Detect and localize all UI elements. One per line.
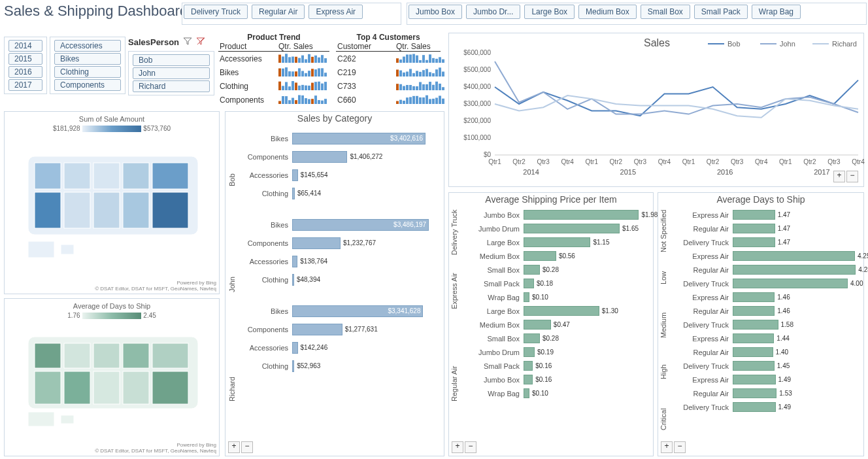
bar-row: Express Air1.49 xyxy=(670,373,862,386)
svg-rect-122 xyxy=(35,163,61,189)
salesperson-bob[interactable]: Bob xyxy=(133,54,210,66)
svg-text:Qtr2: Qtr2 xyxy=(610,158,623,165)
zoom-out[interactable]: − xyxy=(846,171,858,182)
container-jumbo-box[interactable]: Jumbo Box xyxy=(409,5,462,19)
svg-rect-76 xyxy=(396,69,399,76)
svg-rect-49 xyxy=(288,100,291,104)
container-small-box[interactable]: Small Box xyxy=(641,5,690,19)
svg-text:Qtr4: Qtr4 xyxy=(755,158,768,165)
svg-rect-120 xyxy=(442,99,444,104)
top-customer-row: C219 xyxy=(336,65,441,79)
svg-rect-114 xyxy=(422,97,425,104)
salesperson-header: SalesPerson xyxy=(128,37,205,48)
year-2016[interactable]: 2016 xyxy=(8,66,42,78)
svg-text:Qtr1: Qtr1 xyxy=(682,158,695,165)
svg-rect-70 xyxy=(426,60,428,63)
svg-rect-32 xyxy=(282,86,284,90)
svg-text:Qtr1: Qtr1 xyxy=(488,158,501,165)
svg-rect-41 xyxy=(311,83,314,90)
year-2015[interactable]: 2015 xyxy=(8,53,42,65)
svg-rect-119 xyxy=(439,95,441,104)
ship-mode-regular-air[interactable]: Regular Air xyxy=(252,5,305,19)
svg-rect-139 xyxy=(152,343,188,368)
svg-text:Bob: Bob xyxy=(727,40,741,48)
bar-row: Accessories$138,764 xyxy=(239,254,441,269)
zoom-in[interactable]: + xyxy=(452,441,463,453)
bar-row: Jumbo Drum$1.65 xyxy=(461,222,652,235)
category-accessories[interactable]: Accessories xyxy=(54,40,121,52)
group-label: John xyxy=(228,232,239,337)
zoom-in[interactable]: + xyxy=(833,171,845,182)
svg-rect-36 xyxy=(295,82,297,90)
bar-row: Small Box$0.28 xyxy=(461,332,652,345)
top-customers-title: Top 4 Customers xyxy=(336,33,441,42)
svg-rect-132 xyxy=(28,241,54,258)
svg-text:$0: $0 xyxy=(484,151,492,158)
zoom-out[interactable]: − xyxy=(465,441,476,453)
group-label: Medium xyxy=(659,301,670,348)
top-customer-row: C660 xyxy=(336,93,441,107)
svg-rect-60 xyxy=(324,99,327,104)
legend-gradient-blue xyxy=(82,126,141,132)
svg-rect-46 xyxy=(278,101,281,104)
svg-rect-103 xyxy=(435,82,438,90)
svg-rect-110 xyxy=(409,97,412,104)
container-wrap-bag[interactable]: Wrap Bag xyxy=(752,5,801,19)
svg-text:Qtr2: Qtr2 xyxy=(512,158,526,165)
container-large-box[interactable]: Large Box xyxy=(524,5,575,19)
svg-rect-12 xyxy=(314,56,317,63)
svg-rect-18 xyxy=(285,67,288,76)
container-jumbo-dr---[interactable]: Jumbo Dr... xyxy=(466,5,520,19)
svg-rect-16 xyxy=(278,69,281,76)
salesperson-slicer: BobJohnRichard xyxy=(128,51,214,95)
svg-rect-92 xyxy=(399,84,402,90)
container-small-pack[interactable]: Small Pack xyxy=(694,5,748,19)
svg-rect-75 xyxy=(442,60,444,63)
container-medium-box[interactable]: Medium Box xyxy=(578,5,637,19)
svg-rect-11 xyxy=(311,57,314,63)
bar-row: Express Air1.46 xyxy=(670,291,862,303)
svg-rect-62 xyxy=(399,60,402,63)
svg-rect-28 xyxy=(318,68,320,76)
svg-rect-30 xyxy=(324,73,327,76)
svg-rect-138 xyxy=(123,343,149,368)
bar-row: Regular Air1.47 xyxy=(670,222,862,235)
bar-row: Regular Air4.28 xyxy=(670,264,862,276)
svg-rect-130 xyxy=(123,192,149,228)
salesperson-richard[interactable]: Richard xyxy=(133,80,210,92)
svg-rect-19 xyxy=(288,71,291,76)
salesperson-john[interactable]: John xyxy=(133,67,210,79)
bar-row: Small Pack$0.18 xyxy=(461,277,652,290)
zoom-in[interactable]: + xyxy=(228,441,240,453)
svg-rect-85 xyxy=(426,69,428,76)
year-2014[interactable]: 2014 xyxy=(8,40,42,52)
salesperson-label: SalesPerson xyxy=(128,37,179,47)
svg-rect-7 xyxy=(298,58,301,63)
svg-rect-89 xyxy=(439,67,441,76)
svg-rect-88 xyxy=(435,69,438,76)
svg-rect-21 xyxy=(295,71,297,76)
svg-rect-56 xyxy=(311,99,314,104)
zoom-out[interactable]: − xyxy=(241,441,253,453)
year-2017[interactable]: 2017 xyxy=(8,79,42,91)
svg-rect-84 xyxy=(422,70,425,76)
filter-icon[interactable] xyxy=(183,37,192,48)
svg-rect-108 xyxy=(403,101,405,104)
category-clothing[interactable]: Clothing xyxy=(54,66,121,78)
svg-rect-129 xyxy=(93,192,120,228)
group-label: Regular Air xyxy=(450,325,461,443)
ship-mode-express-air[interactable]: Express Air xyxy=(309,5,363,19)
svg-rect-111 xyxy=(412,96,415,104)
svg-rect-54 xyxy=(305,98,307,104)
zoom-in[interactable]: + xyxy=(661,441,673,453)
svg-rect-13 xyxy=(318,58,320,63)
clear-filter-icon[interactable] xyxy=(196,37,205,48)
category-bikes[interactable]: Bikes xyxy=(54,53,121,65)
ship-mode-delivery-truck[interactable]: Delivery Truck xyxy=(184,5,248,19)
zoom-out[interactable]: − xyxy=(674,441,686,453)
category-components[interactable]: Components xyxy=(54,79,121,91)
svg-rect-53 xyxy=(301,95,304,104)
bar-row: Regular Air1.46 xyxy=(670,305,862,317)
svg-rect-116 xyxy=(429,99,431,104)
svg-rect-102 xyxy=(432,85,435,90)
